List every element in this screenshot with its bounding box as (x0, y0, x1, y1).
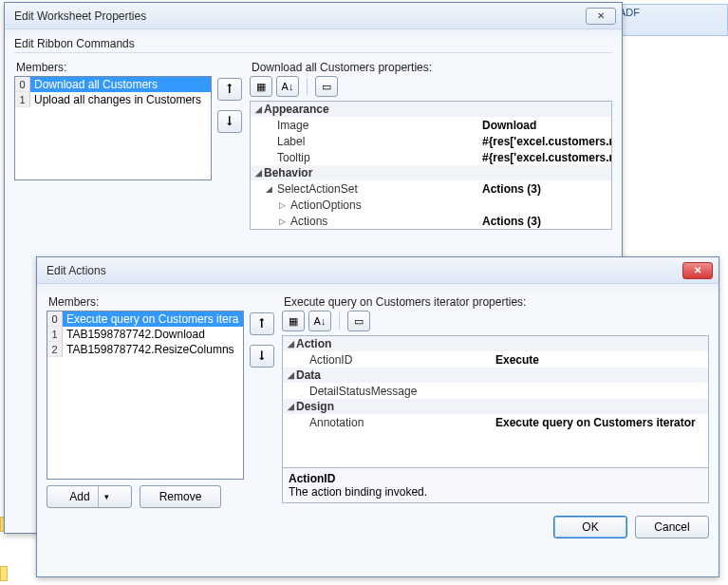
arrow-down-icon: 🠗 (224, 115, 235, 128)
arrow-down-icon: 🠗 (256, 349, 268, 363)
excel-row-selector-fragment (0, 566, 8, 581)
prop-row[interactable]: AnnotationExecute query on Customers ite… (283, 414, 708, 430)
category-appearance[interactable]: ◢Appearance (251, 102, 611, 117)
properties-label: Download all Customers properties: (252, 61, 610, 74)
category-behavior[interactable]: ◢Behavior (251, 165, 611, 180)
list-item[interactable]: 2 TAB1598787742.ResizeColumns (47, 342, 243, 357)
remove-button[interactable]: Remove (140, 485, 221, 508)
property-pages-button[interactable]: ▭ (315, 76, 338, 97)
help-title: ActionID (289, 472, 702, 485)
prop-row[interactable]: ImageDownload (251, 117, 611, 133)
dialog-titlebar[interactable]: Edit Actions ✕ (37, 257, 719, 284)
alphabetical-button[interactable]: A↓ (276, 76, 299, 97)
sort-az-icon: A↓ (282, 81, 294, 92)
prop-row[interactable]: ActionIDExecute (283, 351, 708, 368)
collapse-icon: ◢ (285, 402, 296, 411)
collapse-icon: ◢ (285, 370, 296, 380)
help-pane: ActionID The action binding invoked. (282, 468, 709, 503)
properties-label: Execute query on Customers iterator prop… (284, 295, 707, 309)
category-data[interactable]: ◢Data (283, 368, 708, 383)
list-item-label: Download all Customers (30, 77, 211, 92)
category-action[interactable]: ◢Action (283, 336, 708, 351)
close-icon: ✕ (694, 265, 701, 275)
propgrid-toolbar: ▦ A↓ ▭ (250, 76, 612, 97)
prop-row[interactable]: Label#{res['excel.customers.ribbon.dow (251, 133, 611, 149)
sort-az-icon: A↓ (314, 315, 327, 327)
collapse-icon: ◢ (252, 104, 264, 114)
edit-actions-dialog: Edit Actions ✕ Members: 0 Execute query … (36, 256, 719, 577)
propgrid-toolbar: ▦ A↓ ▭ (282, 311, 709, 331)
move-down-button[interactable]: 🠗 (250, 345, 274, 368)
prop-row[interactable]: ▷ActionsActions (3) (251, 213, 611, 229)
list-item[interactable]: 1 TAB1598787742.Download (47, 327, 243, 342)
arrow-up-icon: 🠕 (224, 83, 235, 96)
dialog-titlebar[interactable]: Edit Worksheet Properties ✕ (5, 3, 622, 29)
dialog-title: Edit Actions (47, 264, 682, 277)
add-button[interactable]: Add ▾ (47, 485, 132, 508)
prop-row[interactable]: DetailStatusMessage (283, 383, 708, 399)
help-description: The action binding invoked. (289, 485, 702, 499)
cancel-button[interactable]: Cancel (635, 516, 709, 538)
move-up-button[interactable]: 🠕 (250, 312, 274, 335)
prop-row[interactable]: Tooltip#{res['excel.customers.ribbon.dow (251, 149, 611, 165)
category-design[interactable]: ◢Design (283, 399, 708, 414)
property-grid[interactable]: ◢Appearance ImageDownload Label#{res['ex… (250, 101, 612, 230)
prop-row[interactable]: ▷ActionOptions (251, 197, 611, 213)
ribbon-fragment: ADF (614, 4, 728, 36)
expand-icon: ▷ (279, 200, 290, 210)
ok-button[interactable]: OK (553, 516, 627, 538)
move-down-button[interactable]: 🠗 (217, 110, 242, 133)
close-button[interactable]: ✕ (682, 262, 713, 279)
collapse-icon: ◢ (285, 339, 296, 349)
pages-icon: ▭ (354, 315, 364, 327)
list-item-label: TAB1598787742.Download (63, 327, 243, 342)
list-item[interactable]: 0 Download all Customers (15, 77, 211, 92)
prop-row[interactable]: ◢SelectActionSetActions (3) (251, 180, 611, 197)
list-item-label: TAB1598787742.ResizeColumns (63, 342, 243, 357)
members-label: Members: (16, 61, 240, 74)
property-grid[interactable]: ◢Action ActionIDExecute ◢Data DetailStat… (282, 335, 709, 468)
chevron-down-icon: ▾ (98, 486, 109, 507)
members-listbox[interactable]: 0 Execute query on Customers itera 1 TAB… (47, 311, 244, 480)
collapse-icon: ◢ (266, 184, 277, 194)
close-icon: ✕ (597, 10, 605, 21)
list-item-label: Execute query on Customers itera (63, 311, 243, 327)
list-item[interactable]: 0 Execute query on Customers itera (47, 311, 243, 327)
members-label: Members: (48, 295, 272, 309)
categorized-button[interactable]: ▦ (250, 76, 272, 97)
add-button-label: Add (69, 490, 89, 503)
categorized-icon: ▦ (256, 81, 266, 92)
categorized-icon: ▦ (289, 315, 298, 327)
property-pages-button[interactable]: ▭ (347, 311, 370, 331)
list-item-label: Upload all changes in Customers (30, 92, 211, 107)
close-button[interactable]: ✕ (586, 8, 616, 25)
categorized-button[interactable]: ▦ (282, 311, 305, 331)
alphabetical-button[interactable]: A↓ (308, 311, 331, 331)
members-listbox[interactable]: 0 Download all Customers 1 Upload all ch… (14, 76, 212, 180)
expand-icon: ▷ (279, 217, 290, 226)
pages-icon: ▭ (322, 81, 331, 92)
section-title: Edit Ribbon Commands (14, 37, 612, 53)
arrow-up-icon: 🠕 (256, 317, 268, 330)
list-item[interactable]: 1 Upload all changes in Customers (15, 92, 211, 107)
dialog-title: Edit Worksheet Properties (14, 9, 586, 23)
collapse-icon: ◢ (252, 168, 264, 178)
move-up-button[interactable]: 🠕 (217, 78, 242, 101)
